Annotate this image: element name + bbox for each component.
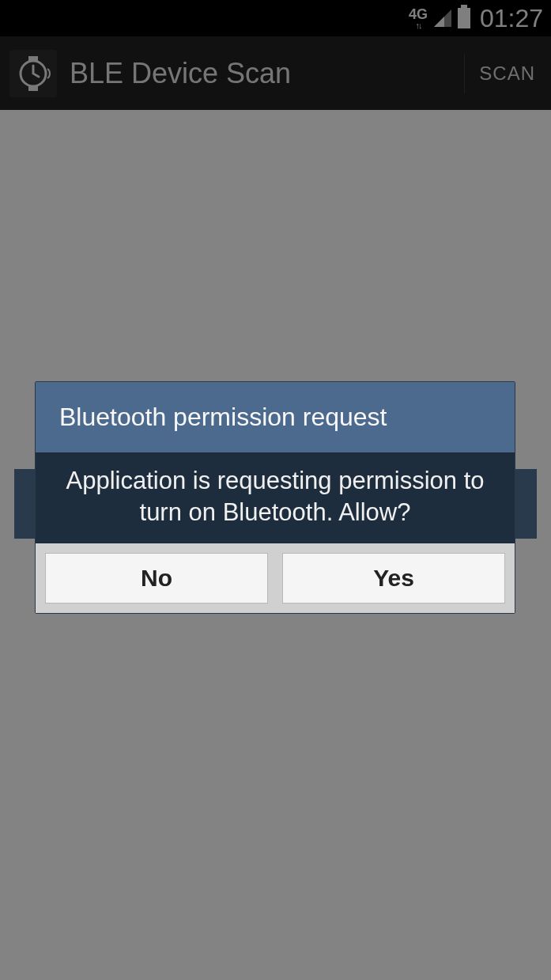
yes-button[interactable]: Yes [282,553,505,604]
dialog-title: Bluetooth permission request [59,403,491,432]
dialog-header: Bluetooth permission request [36,382,515,454]
dialog-message: Application is requesting permission to … [50,465,500,529]
dialog-button-row: No Yes [36,543,515,613]
no-button[interactable]: No [45,553,268,604]
permission-dialog: Bluetooth permission request Application… [35,381,515,614]
dialog-body: Application is requesting permission to … [36,454,515,543]
